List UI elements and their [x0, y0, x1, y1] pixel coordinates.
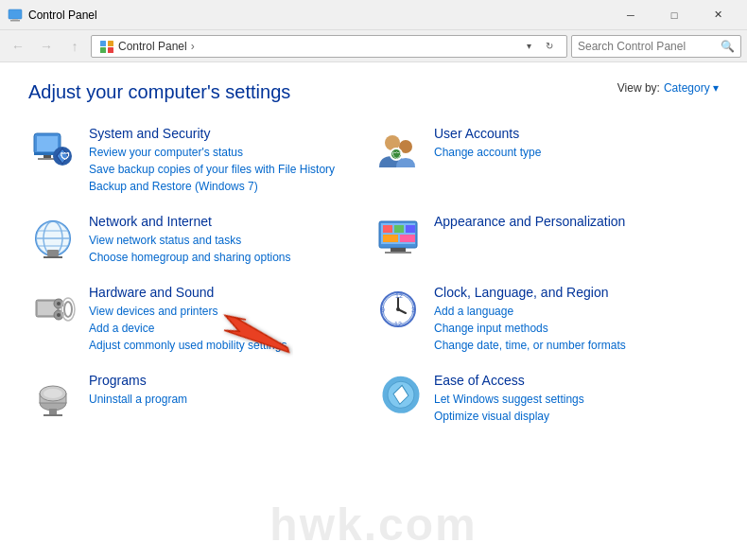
svg-point-55 — [43, 389, 62, 398]
svg-rect-6 — [108, 47, 113, 53]
clock-language-link-2[interactable]: Change input methods — [434, 320, 719, 337]
system-security-title[interactable]: System and Security — [89, 126, 374, 141]
refresh-button[interactable]: ↻ — [540, 36, 559, 57]
user-accounts-title[interactable]: User Accounts — [434, 126, 719, 141]
hardware-sound-link-2[interactable]: Add a device — [89, 320, 374, 337]
svg-text:9: 9 — [381, 306, 385, 313]
hardware-sound-link-1[interactable]: View devices and printers — [89, 303, 374, 320]
svg-rect-34 — [385, 252, 411, 254]
svg-text:12: 12 — [395, 292, 403, 299]
svg-rect-57 — [43, 414, 62, 416]
svg-rect-31 — [383, 235, 398, 242]
path-dropdown: ▾ ↻ — [519, 36, 559, 57]
system-security-content: System and Security Review your computer… — [89, 126, 374, 195]
view-by-control: View by: Category ▾ — [617, 81, 719, 95]
ease-access-link-2[interactable]: Optimize visual display — [434, 408, 719, 425]
app-icon — [8, 8, 23, 23]
maximize-button[interactable]: □ — [652, 0, 696, 30]
svg-point-41 — [64, 302, 72, 317]
view-by-value[interactable]: Category ▾ — [664, 81, 719, 95]
appearance-title[interactable]: Appearance and Personalization — [434, 214, 719, 229]
watermark: hwk.com — [269, 499, 477, 551]
control-panel-icon — [99, 39, 114, 54]
ease-access-link-1[interactable]: Let Windows suggest settings — [434, 391, 719, 408]
category-appearance: Appearance and Personalization — [374, 214, 719, 266]
back-button[interactable]: ← — [6, 34, 30, 59]
svg-rect-30 — [406, 225, 415, 233]
path-separator: › — [191, 40, 195, 53]
svg-point-47 — [396, 307, 400, 311]
svg-point-39 — [57, 302, 61, 306]
appearance-icon — [374, 214, 423, 263]
network-internet-title[interactable]: Network and Internet — [89, 214, 374, 229]
search-input[interactable] — [578, 40, 721, 53]
user-accounts-content: User Accounts Change account type — [434, 126, 719, 161]
system-security-link-3[interactable]: Backup and Restore (Windows 7) — [89, 178, 374, 195]
programs-content: Programs Uninstall a program — [89, 373, 374, 408]
window-controls: ─ □ ✕ — [609, 0, 739, 30]
svg-text:🛡: 🛡 — [61, 151, 70, 162]
network-internet-content: Network and Internet View network status… — [89, 214, 374, 266]
ease-access-title[interactable]: Ease of Access — [434, 373, 719, 388]
system-security-link-2[interactable]: Save backup copies of your files with Fi… — [89, 161, 374, 178]
ease-access-content: Ease of Access Let Windows suggest setti… — [434, 373, 719, 425]
close-button[interactable]: ✕ — [696, 0, 739, 30]
main-content: hwk.com Adjust your computer's settings … — [0, 62, 747, 560]
clock-language-link-3[interactable]: Change date, time, or number formats — [434, 337, 719, 354]
clock-language-title[interactable]: Clock, Language, and Region — [434, 285, 719, 300]
svg-rect-1 — [10, 20, 20, 22]
svg-rect-56 — [49, 409, 57, 414]
window-title: Control Panel — [28, 9, 609, 22]
minimize-button[interactable]: ─ — [609, 0, 652, 30]
ease-access-icon — [374, 373, 423, 422]
svg-rect-29 — [394, 225, 404, 233]
system-security-icon: 🛡 — [28, 126, 78, 175]
svg-rect-0 — [9, 9, 22, 19]
forward-button[interactable]: → — [34, 34, 59, 59]
user-accounts-icon: 🛡 — [374, 126, 423, 175]
up-button[interactable]: ↑ — [62, 34, 87, 59]
svg-point-40 — [57, 313, 61, 317]
search-box[interactable]: 🔍 — [571, 35, 741, 58]
address-bar: ← → ↑ Control Panel › ▾ ↻ 🔍 — [0, 30, 747, 62]
svg-rect-25 — [43, 256, 62, 258]
path-down-button[interactable]: ▾ — [519, 36, 538, 57]
svg-rect-32 — [400, 235, 415, 242]
hardware-sound-content: Hardware and Sound View devices and prin… — [89, 285, 374, 354]
clock-language-link-1[interactable]: Add a language — [434, 303, 719, 320]
hardware-sound-title[interactable]: Hardware and Sound — [89, 285, 374, 300]
category-system-security: 🛡 System and Security Review your comput… — [28, 126, 374, 195]
svg-text:🛡: 🛡 — [392, 150, 402, 161]
hardware-sound-icon — [28, 285, 78, 334]
title-bar: Control Panel ─ □ ✕ — [0, 0, 747, 30]
programs-link-1[interactable]: Uninstall a program — [89, 391, 374, 408]
category-hardware-sound: Hardware and Sound View devices and prin… — [28, 285, 374, 354]
user-accounts-link-1[interactable]: Change account type — [434, 144, 719, 161]
path-text: Control Panel — [118, 40, 187, 53]
category-ease-access: Ease of Access Let Windows suggest setti… — [374, 373, 719, 425]
programs-icon — [28, 373, 78, 422]
svg-rect-2 — [12, 19, 18, 20]
network-internet-link-1[interactable]: View network status and tasks — [89, 232, 374, 249]
svg-rect-3 — [100, 41, 106, 46]
hardware-sound-link-3[interactable]: Adjust commonly used mobility settings — [89, 337, 374, 354]
appearance-content: Appearance and Personalization — [434, 214, 719, 232]
category-network-internet: Network and Internet View network status… — [28, 214, 374, 266]
category-programs: Programs Uninstall a program — [28, 373, 374, 425]
clock-language-content: Clock, Language, and Region Add a langua… — [434, 285, 719, 354]
svg-rect-4 — [108, 41, 113, 46]
svg-text:3: 3 — [411, 306, 415, 313]
view-by-label: View by: — [617, 81, 660, 95]
page-header: Adjust your computer's settings View by:… — [28, 81, 719, 103]
address-path[interactable]: Control Panel › ▾ ↻ — [91, 35, 567, 58]
category-user-accounts: 🛡 User Accounts Change account type — [374, 126, 719, 195]
page-title: Adjust your computer's settings — [28, 81, 290, 103]
programs-title[interactable]: Programs — [89, 373, 374, 388]
svg-rect-5 — [100, 47, 106, 53]
system-security-link-1[interactable]: Review your computer's status — [89, 144, 374, 161]
svg-rect-8 — [37, 136, 58, 151]
search-icon[interactable]: 🔍 — [721, 40, 735, 53]
network-internet-link-2[interactable]: Choose homegroup and sharing options — [89, 249, 374, 266]
categories-grid: 🛡 System and Security Review your comput… — [28, 126, 719, 444]
network-internet-icon — [28, 214, 78, 263]
